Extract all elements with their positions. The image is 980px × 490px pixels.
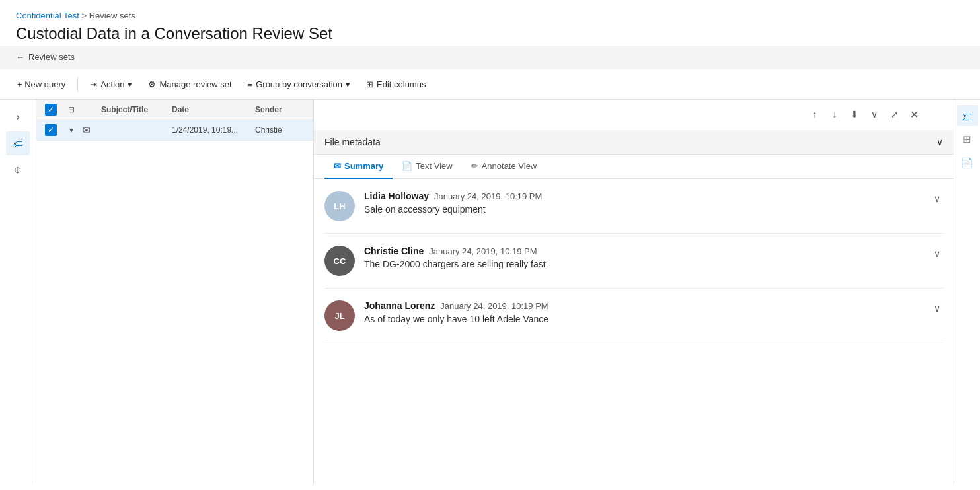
expand-left-button[interactable]: › [6,105,30,129]
action-chevron-icon: ▾ [128,79,132,89]
action-button[interactable]: ⇥ Action ▾ [83,76,139,92]
filter-icon: ⌽ [15,164,21,176]
columns-icon: ⊞ [366,79,373,89]
back-button[interactable]: ← Review sets [16,52,75,62]
sidebar-grid-icon: ⊞ [963,133,971,145]
message-header-3: Johanna Lorenz January 24, 2019, 10:19 P… [364,300,922,311]
date-header: Date [172,105,251,114]
group-by-conversation-button[interactable]: ≡ Group by conversation ▾ [241,76,357,92]
message-header-1: Lidia Holloway January 24, 2019, 10:19 P… [364,191,922,201]
message-body-3: Johanna Lorenz January 24, 2019, 10:19 P… [364,300,922,324]
table-row[interactable]: ✓ ▾ ✉ 1/24/2019, 10:19... Christie [36,120,313,141]
nav-fullscreen-button[interactable]: ⤢ [885,105,903,123]
msg-expand-3[interactable]: ∨ [931,300,943,316]
nav-down-button[interactable]: ↓ [825,105,844,123]
email-icon: ✉ [83,125,91,135]
back-bar: ← Review sets [0,46,980,69]
text-view-tab-icon: 📄 [402,161,412,171]
sender-name-3: Johanna Lorenz [364,300,435,311]
filter-button[interactable]: ⌽ [6,158,30,182]
tag-icon: 🏷 [13,138,23,149]
edit-columns-label: Edit columns [377,79,426,89]
summary-tab-icon: ✉ [334,161,341,171]
row-checkbox[interactable]: ✓ [45,124,57,136]
select-all-checkbox[interactable]: ✓ [45,104,57,116]
message-header-2: Christie Cline January 24, 2019, 10:19 P… [364,246,922,256]
nav-down-icon: ↓ [833,109,837,120]
sidebar-grid-button[interactable]: ⊞ [957,129,978,150]
sidebar-page-icon: 📄 [961,157,973,169]
close-icon: ✕ [910,108,919,121]
sender-name-2: Christie Cline [364,246,424,256]
group-chevron-icon: ▾ [346,79,350,89]
nav-fullscreen-icon: ⤢ [891,110,898,120]
tab-text-view[interactable]: 📄 Text View [393,155,461,179]
header-expand-col: ⊟ [64,105,79,114]
messages-list: LH Lidia Holloway January 24, 2019, 10:1… [314,179,954,484]
row-date-cell: 1/24/2019, 10:19... [172,125,251,135]
nav-download-button[interactable]: ⬇ [845,105,864,123]
back-label: Review sets [28,52,75,62]
message-item-3: JL Johanna Lorenz January 24, 2019, 10:1… [324,289,943,343]
msg-text-2: The DG-2000 chargers are selling really … [364,259,922,269]
top-bar: Confidential Test > Review sets Custodia… [0,0,980,46]
detail-nav-bar: ↑ ↓ ⬇ ∨ ⤢ ✕ [802,100,927,129]
back-arrow-icon: ← [16,52,24,62]
new-query-button[interactable]: + New query [11,76,72,92]
summary-tab-label: Summary [344,161,383,171]
file-metadata-bar: File metadata ∨ [314,130,954,155]
manage-review-set-button[interactable]: ⚙ Manage review set [141,76,238,92]
group-icon: ≡ [248,79,253,89]
breadcrumb: Confidential Test > Review sets [16,11,964,20]
avatar-johanna: JL [324,300,355,331]
tabs-bar: ✉ Summary 📄 Text View ✏ Annotate View [314,155,954,179]
tab-annotate-view[interactable]: ✏ Annotate View [462,155,547,179]
msg-expand-2[interactable]: ∨ [931,246,943,262]
sidebar-tag-button[interactable]: 🏷 [957,105,978,126]
message-body-2: Christie Cline January 24, 2019, 10:19 P… [364,246,922,269]
file-metadata-expand-icon[interactable]: ∨ [936,137,943,147]
message-item: LH Lidia Holloway January 24, 2019, 10:1… [324,179,943,234]
tag-button[interactable]: 🏷 [6,131,30,155]
row-sender-cell: Christie [255,125,308,135]
msg-date-2: January 24, 2019, 10:19 PM [429,246,537,256]
main-content: › 🏷 ⌽ ✓ ⊟ Subject/Title Date Sender [0,100,980,484]
row-expand-col[interactable]: ▾ [64,125,79,135]
collapse-icon: ⊟ [68,105,75,114]
sidebar-tag-icon: 🏷 [962,110,972,122]
nav-up-icon: ↑ [813,109,817,120]
nav-up-button[interactable]: ↑ [806,105,824,123]
sender-header: Sender [255,105,308,114]
avatar-lidia: LH [324,191,355,221]
sidebar-page-button[interactable]: 📄 [957,153,978,174]
toolbar: + New query ⇥ Action ▾ ⚙ Manage review s… [0,69,980,100]
file-metadata-label: File metadata [324,137,381,147]
message-item-2: CC Christie Cline January 24, 2019, 10:1… [324,234,943,289]
nav-expand-icon: ∨ [871,109,878,120]
nav-expand-button[interactable]: ∨ [865,105,884,123]
row-check-icon: ✓ [48,125,54,135]
chevron-right-icon: › [16,111,19,123]
text-view-tab-label: Text View [416,161,452,171]
message-body-1: Lidia Holloway January 24, 2019, 10:19 P… [364,191,922,215]
table-header: ✓ ⊟ Subject/Title Date Sender [36,100,313,120]
edit-columns-button[interactable]: ⊞ Edit columns [359,76,432,92]
nav-download-icon: ⬇ [850,109,858,120]
tab-summary[interactable]: ✉ Summary [324,155,393,179]
header-check-col: ✓ [42,104,60,116]
breadcrumb-link[interactable]: Confidential Test [16,11,79,20]
detail-panel: ↑ ↓ ⬇ ∨ ⤢ ✕ File metadata ∨ ✉ Summary 📄 … [314,100,954,484]
page-title: Custodial Data in a Conversation Review … [16,24,964,43]
manage-icon: ⚙ [148,79,156,89]
action-label: Action [100,79,124,89]
detail-close-button[interactable]: ✕ [905,105,923,123]
avatar-christie: CC [324,246,355,276]
right-sidebar: 🏷 ⊞ 📄 [954,100,980,484]
row-check-col: ✓ [42,124,60,136]
left-panel: › 🏷 ⌽ [0,100,36,484]
msg-expand-1[interactable]: ∨ [931,191,943,207]
annotate-tab-icon: ✏ [471,161,478,171]
annotate-tab-label: Annotate View [482,161,537,171]
action-icon: ⇥ [90,79,97,89]
group-label: Group by conversation [256,79,342,89]
